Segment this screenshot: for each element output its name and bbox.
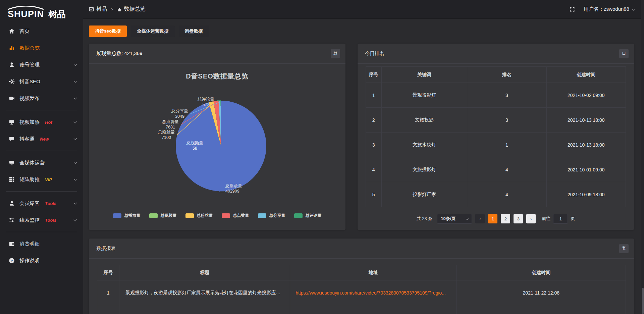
topbar: 树品 > 数据总览 用户名：zswodun88 bbox=[83, 0, 644, 19]
tab-media-operation-data[interactable]: 全媒体运营数据 bbox=[131, 25, 175, 37]
svg-text:?: ? bbox=[11, 259, 13, 263]
content-area: 抖音seo数据 全媒体运营数据 询盘数据 展现量总数: 421,369 总 D音… bbox=[83, 19, 644, 314]
legend-item-shares[interactable]: 总分享量 bbox=[258, 213, 285, 218]
sidebar-item-matrix-boost[interactable]: 矩阵助推 VIP bbox=[0, 171, 83, 188]
bar-chart-icon bbox=[117, 7, 122, 12]
gear-icon bbox=[9, 78, 15, 85]
main-area: 树品 > 数据总览 用户名：zswodun88 抖音seo数据 全媒体运营数据 bbox=[83, 0, 644, 314]
goto-page: 前往 页 bbox=[542, 214, 575, 224]
table-badge-button[interactable]: 表 bbox=[619, 244, 629, 253]
tab-inquiry-data[interactable]: 询盘数据 bbox=[179, 25, 209, 37]
overview-panel: 展现量总数: 421,369 总 D音SEO数据量总览 bbox=[89, 44, 345, 230]
logo-text-cn: 树品 bbox=[48, 10, 66, 19]
cell-url bbox=[290, 305, 457, 314]
pagination: 共 23 条 10条/页 ‹ 1 2 3 › 前往 bbox=[366, 214, 626, 224]
nav-divider bbox=[6, 232, 77, 232]
overview-panel-header: 展现量总数: 421,369 总 bbox=[89, 44, 345, 64]
pie-label-value: 3049 bbox=[163, 114, 197, 119]
table-row: 5 投影灯厂家 4 2021-10-09 18:00 bbox=[366, 182, 626, 207]
fullscreen-icon[interactable] bbox=[570, 7, 575, 12]
pie-label-name: 总评论量 bbox=[189, 97, 223, 102]
sidebar-item-douketong[interactable]: 抖客通 New bbox=[0, 130, 83, 147]
sidebar-item-label: 消费明细 bbox=[19, 241, 40, 247]
monitor-icon bbox=[9, 160, 15, 166]
page-size-select[interactable]: 10条/页 bbox=[437, 214, 472, 224]
goto-page-input[interactable] bbox=[553, 214, 568, 224]
legend-item-fans[interactable]: 总粉丝量 bbox=[185, 213, 213, 218]
pie-label-value: 58 bbox=[178, 146, 212, 151]
sidebar-item-video-publish[interactable]: 视频发布 bbox=[0, 90, 83, 107]
sidebar-item-consumption-detail[interactable]: 消费明细 bbox=[0, 235, 83, 252]
sidebar-item-lead-monitor[interactable]: 线索监控 Tools bbox=[0, 212, 83, 228]
cell-created: 2021-10-02 09:00 bbox=[546, 83, 626, 108]
sidebar-item-label: 首页 bbox=[19, 28, 30, 35]
cell-title bbox=[119, 305, 290, 314]
cell-keyword: 文旅水纹灯 bbox=[381, 133, 467, 157]
sidebar-item-label: 视频发布 bbox=[19, 95, 40, 102]
page-button-2[interactable]: 2 bbox=[501, 214, 510, 223]
prev-page-button[interactable]: ‹ bbox=[475, 214, 485, 223]
legend-label: 总视频量 bbox=[161, 213, 177, 218]
chevron-down-icon bbox=[74, 160, 77, 164]
scrollbar-thumb[interactable] bbox=[642, 288, 644, 314]
page-scrollbar[interactable] bbox=[641, 0, 644, 314]
pie-label-name: 总点赞量 bbox=[154, 119, 187, 124]
cell-url: https://www.iesdouyin.com/share/video/70… bbox=[290, 280, 457, 305]
sidebar-item-label: 抖音SEO bbox=[19, 78, 40, 85]
sidebar-item-video-heat[interactable]: 视频加热 Hot bbox=[0, 114, 83, 130]
legend-item-plays[interactable]: 总播放量 bbox=[113, 213, 141, 218]
goto-unit: 页 bbox=[571, 216, 575, 222]
legend-swatch bbox=[258, 213, 266, 218]
panel-title: 数据报表 bbox=[96, 245, 116, 252]
total-badge-button[interactable]: 总 bbox=[331, 49, 340, 58]
sidebar-item-media-operation[interactable]: 全媒体运营 bbox=[0, 154, 83, 171]
pie-label-name: 总播放量 bbox=[225, 183, 266, 189]
sidebar-item-account[interactable]: 账号管理 bbox=[0, 56, 83, 73]
pie-label-value: 572 bbox=[189, 102, 223, 107]
sidebar-item-label: 全媒体运营 bbox=[19, 160, 45, 166]
chevron-down-icon bbox=[74, 218, 77, 221]
cell-created: 2021-10-09 18:00 bbox=[546, 182, 626, 207]
legend-item-likes[interactable]: 总点赞量 bbox=[222, 213, 249, 218]
sidebar-item-home[interactable]: 首页 bbox=[0, 23, 83, 40]
legend-item-videos[interactable]: 总视频量 bbox=[149, 213, 177, 218]
chart-legend: 总播放量 总视频量 总粉丝量 bbox=[89, 213, 345, 218]
pie-label-fans: 总粉丝量 7100 bbox=[150, 129, 183, 140]
sidebar-item-member-baoke[interactable]: 会员爆客 Tools bbox=[0, 195, 83, 212]
tab-douyin-seo-data[interactable]: 抖音seo数据 bbox=[89, 25, 127, 37]
new-badge: New bbox=[40, 137, 49, 142]
username-menu[interactable]: 用户名：zswodun88 bbox=[584, 6, 635, 12]
nav-divider bbox=[6, 110, 77, 110]
sidebar-item-data-overview[interactable]: 数据总览 bbox=[0, 40, 83, 56]
day-badge-button[interactable]: 日 bbox=[619, 49, 629, 58]
page-button-1[interactable]: 1 bbox=[488, 214, 497, 223]
nav-divider bbox=[6, 191, 77, 192]
ranking-panel-header: 今日排名 日 bbox=[358, 44, 634, 64]
page-button-3[interactable]: 3 bbox=[514, 214, 523, 223]
legend-item-comments[interactable]: 总评论量 bbox=[294, 213, 322, 218]
ranking-panel: 今日排名 日 序号 关键词 排名 创建时间 bbox=[358, 44, 634, 230]
legend-swatch bbox=[185, 213, 194, 218]
report-panel: 数据报表 表 序号 标题 地址 创建时间 bbox=[89, 239, 634, 314]
breadcrumb-root[interactable]: 树品 bbox=[96, 6, 107, 13]
pie-label-plays: 总播放量 402909 bbox=[225, 183, 266, 194]
legend-label: 总分享量 bbox=[269, 213, 285, 218]
topbar-right: 用户名：zswodun88 bbox=[570, 6, 635, 12]
sidebar-item-label: 会员爆客 bbox=[19, 200, 40, 207]
cell-created bbox=[457, 305, 626, 314]
legend-swatch bbox=[113, 213, 121, 218]
pie-label-likes: 总点赞量 7681 bbox=[154, 119, 187, 130]
sidebar-item-douyin-seo[interactable]: 抖音SEO bbox=[0, 73, 83, 90]
cell-seq: 1 bbox=[366, 83, 382, 108]
app-logo[interactable]: SHUPIN 树品 bbox=[0, 0, 83, 21]
next-page-button[interactable]: › bbox=[526, 214, 536, 223]
report-panel-body: 序号 标题 地址 创建时间 1 景观投影灯，夜游景观投影灯厂家展示展示落花灯在花… bbox=[89, 265, 634, 314]
grid-icon bbox=[9, 176, 15, 182]
cell-rank: 1 bbox=[467, 133, 546, 157]
video-link[interactable]: https://www.iesdouyin.com/share/video/70… bbox=[296, 290, 446, 296]
cell-rank: 3 bbox=[467, 108, 546, 133]
sidebar-item-instructions[interactable]: ? 操作说明 bbox=[0, 252, 83, 269]
cell-seq: 3 bbox=[366, 133, 382, 157]
home-icon bbox=[9, 28, 15, 34]
sidebar-item-label: 线索监控 bbox=[19, 217, 40, 223]
